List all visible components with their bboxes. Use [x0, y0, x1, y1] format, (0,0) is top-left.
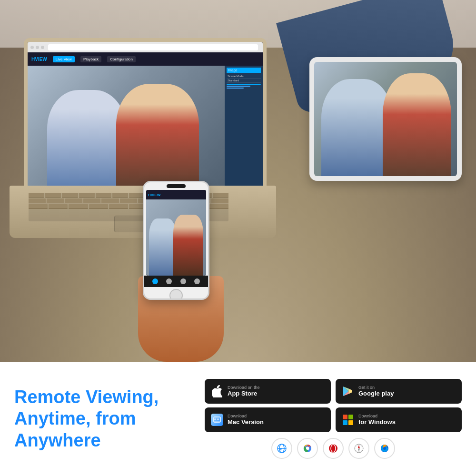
opera-browser-icon[interactable]: [323, 438, 344, 459]
hero-photo-section: HVIEW Live View Playback Configuration I…: [0, 0, 476, 362]
google-play-sub: Get it on: [358, 386, 394, 390]
google-play-main: Google play: [358, 390, 394, 397]
slider-2: [227, 86, 250, 87]
slider-1: [227, 84, 261, 85]
win-square-green: [348, 415, 353, 419]
svg-point-10: [306, 447, 309, 450]
browser-bar: [28, 42, 263, 52]
child-figure-1: [47, 90, 126, 187]
windows-icon-grid: [343, 415, 353, 425]
browser-address-bar: [48, 44, 258, 50]
download-row-1: Download on the App Store Get it on Go: [205, 379, 462, 404]
app-store-main: App Store: [228, 390, 260, 397]
app-store-text: Download on the App Store: [228, 386, 260, 397]
win-square-blue: [343, 420, 347, 425]
key: [79, 193, 95, 198]
safari-browser-icon[interactable]: [348, 438, 369, 459]
svg-point-2: [217, 418, 219, 420]
mac-text: Download Mac Version: [228, 414, 264, 426]
browser-icons-row: e: [205, 438, 462, 459]
tablet-child1: [321, 79, 393, 176]
key: [120, 198, 137, 203]
key: [109, 204, 128, 209]
download-area: Download on the App Store Get it on Go: [205, 379, 462, 459]
win-square-yellow: [348, 420, 353, 425]
firefox-browser-icon[interactable]: [374, 438, 395, 459]
camera-view: Image Scene Mode Standard: [28, 66, 263, 187]
hview-logo: HVIEW: [31, 57, 47, 62]
phone-nav-icon-2: [166, 278, 172, 284]
windows-text: Download for Windows: [358, 414, 396, 426]
mac-sub: Download: [228, 414, 264, 418]
phone-app-content: [146, 199, 206, 276]
app-store-sub: Download on the: [228, 386, 260, 390]
phone-nav-icon-3: [180, 278, 186, 284]
bottom-section: Remote Viewing, Anytime, from Anywhere D…: [0, 362, 476, 476]
key: [96, 193, 111, 198]
svg-rect-3: [214, 421, 220, 422]
mac-download-button[interactable]: Download Mac Version: [205, 407, 331, 432]
key: [112, 193, 128, 198]
phone-screen: HVIEW: [146, 190, 206, 276]
ie-browser-icon[interactable]: e: [271, 438, 292, 459]
slider-3: [227, 88, 244, 89]
key: [89, 204, 108, 209]
laptop-screen-inner: HVIEW Live View Playback Configuration I…: [28, 42, 263, 187]
tablet-child2: [383, 73, 451, 176]
key: [211, 198, 228, 203]
app-store-button[interactable]: Download on the App Store: [205, 379, 331, 404]
phone-home-button[interactable]: [169, 289, 183, 300]
key: [29, 198, 46, 203]
svg-point-1: [214, 418, 216, 420]
browser-dot-1: [30, 46, 34, 49]
svg-point-13: [332, 445, 335, 452]
key: [101, 198, 119, 203]
windows-main: for Windows: [358, 418, 396, 426]
tagline-text: Remote Viewing, Anytime, from Anywhere: [14, 387, 195, 452]
tablet-body: [309, 57, 462, 181]
scene-mode-item: Scene Mode: [227, 74, 261, 79]
tagline-line2: Anytime, from Anywhere: [14, 408, 195, 451]
mac-finder-icon: [210, 413, 224, 426]
download-row-2: Download Mac Version Download for Wind: [205, 407, 462, 432]
hview-tab-liveview: Live View: [53, 56, 75, 62]
key: [47, 198, 64, 203]
key: [213, 193, 228, 198]
phone-speaker: [167, 184, 186, 188]
phone-child1: [149, 218, 176, 276]
hview-tab-config: Configuration: [107, 56, 136, 62]
phone-nav-icon: [152, 278, 158, 284]
smartphone: HVIEW: [143, 181, 209, 300]
key: [65, 198, 82, 203]
hview-tab-playback: Playback: [80, 56, 101, 62]
windows-sub: Download: [358, 414, 396, 418]
windows-download-button[interactable]: Download for Windows: [336, 407, 462, 432]
phone-child2: [173, 215, 203, 276]
chrome-browser-icon[interactable]: [297, 438, 318, 459]
google-play-text: Get it on Google play: [358, 386, 394, 397]
tagline-area: Remote Viewing, Anytime, from Anywhere: [14, 387, 195, 452]
phone-app-bar: HVIEW: [146, 190, 206, 199]
main-camera-feed: [28, 66, 225, 187]
tagline-line1: Remote Viewing,: [14, 387, 195, 408]
key: [45, 193, 61, 198]
key: [62, 193, 78, 198]
key: [83, 198, 100, 203]
mac-icon-graphic: [211, 414, 223, 426]
child-figure-2: [116, 84, 199, 187]
key: [69, 204, 88, 209]
phone-app-logo: HVIEW: [148, 193, 160, 197]
camera-children-image: [28, 66, 225, 187]
browser-dot-2: [36, 46, 39, 49]
google-play-button[interactable]: Get it on Google play: [336, 379, 462, 404]
tablet: [309, 57, 462, 181]
win-square-red: [343, 415, 347, 419]
phone-body: HVIEW: [143, 181, 209, 300]
phone-nav-icon-4: [194, 278, 200, 284]
key: [49, 204, 68, 209]
image-settings-panel: Image Scene Mode Standard: [225, 66, 263, 187]
key: [209, 204, 228, 209]
apple-icon: [210, 385, 224, 398]
standard-item: Standard: [227, 79, 261, 83]
svg-point-21: [383, 447, 386, 450]
